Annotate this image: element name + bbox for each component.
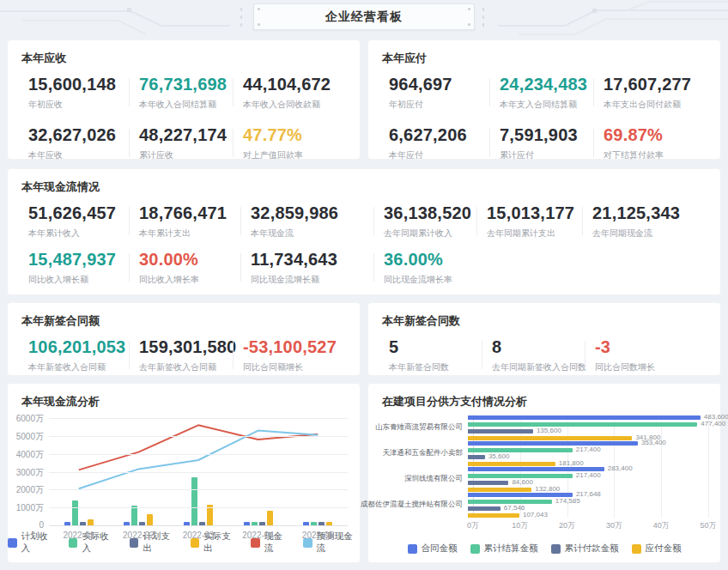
stat-value: 30.00% — [139, 250, 240, 270]
stat-label: 年初应收 — [28, 99, 129, 111]
bar-line: 107,043 — [468, 513, 708, 518]
bar-累计结算金额 — [468, 422, 697, 427]
decor-dashes-right — [482, 8, 484, 27]
stat-grid: 51,626,457本年累计收入18,766,471本年累计支出32,859,9… — [28, 203, 710, 240]
bar-line: 217,400 — [468, 448, 708, 452]
bar-累计付款金额 — [468, 481, 508, 485]
chart-title: 本年现金流分析 — [21, 394, 100, 409]
x-axis-label: 30万 — [606, 520, 622, 531]
card-title: 本年新签合同额 — [21, 313, 100, 329]
stat-value: 17,607,277 — [604, 75, 710, 94]
card-receivable: 本年应收 15,600,148年初应收76,731,698本年收入合同结算额44… — [7, 39, 361, 160]
stat-label: 累计应收 — [139, 149, 233, 161]
stat-value: 15,013,177 — [487, 203, 582, 223]
chart-row: 天津通和五金配件小卖部353,400217,40035,600181,800 — [382, 440, 708, 466]
supplier-chart-legend: 合同金额累计结算金额累计付款金额应付金额 — [368, 543, 720, 555]
card-title: 本年应收 — [21, 51, 66, 66]
gridline — [49, 472, 348, 473]
gridline — [708, 415, 709, 518]
x-axis-label: 50万 — [700, 520, 716, 531]
stat: 15,600,148年初应收 — [28, 75, 129, 111]
stat-label: 去年新签收入合同额 — [139, 361, 233, 373]
stat: 106,201,053本年新签收入合同额 — [28, 337, 129, 373]
legend-label: 累计结算金额 — [484, 543, 538, 555]
stat: 21,125,343去年同期现金流 — [582, 203, 710, 240]
stat-label: 同比现金流增长额 — [251, 274, 373, 286]
card-cashflow: 本年现金流情况 51,626,457本年累计收入18,766,471本年累计支出… — [7, 168, 721, 295]
stat-value: 24,234,483 — [500, 75, 593, 94]
stat: 36.00%同比现金流增长率 — [373, 250, 476, 286]
stat-label: 对下结算付款率 — [604, 149, 710, 161]
stat: 7,591,903累计应付 — [489, 125, 593, 161]
stat: 17,607,277本年支出合同付款额 — [593, 75, 710, 111]
stat-value: 47.77% — [243, 125, 349, 145]
legend-item[interactable]: 合同金额 — [408, 543, 458, 555]
corner-dot-icon — [468, 23, 470, 26]
stat: 11,734,643同比现金流增长额 — [240, 250, 373, 286]
bar-value-label: 107,043 — [523, 512, 548, 518]
stat-grid: 15,600,148年初应收76,731,698本年收入合同结算额44,104,… — [28, 75, 349, 161]
stat-label: 同比合同数增长 — [595, 361, 710, 373]
stat: 24,234,483本年支入合同结算额 — [489, 75, 593, 111]
card-title: 本年应付 — [382, 51, 427, 66]
legend-item[interactable]: 应付金额 — [632, 543, 682, 555]
bar-line: 181,800 — [468, 462, 708, 466]
stat-value: 36,138,520 — [384, 203, 476, 223]
stat: -3同比合同数增长 — [585, 337, 710, 373]
bar-应付金额 — [468, 436, 632, 440]
stat: 6,627,206本年应付 — [389, 125, 489, 161]
stat: 8去年同期新签收入合同数 — [482, 337, 585, 373]
title-box: 企业经营看板 — [253, 3, 475, 30]
bar-group: 217,648174,58567,546107,043 — [468, 493, 708, 518]
stat-value: 6,627,206 — [389, 125, 489, 145]
bar-line: 217,400 — [468, 474, 708, 478]
legend-label: 合同金额 — [422, 543, 458, 555]
y-axis-label: 0 — [8, 520, 44, 530]
stat-label: 本年现金流 — [251, 227, 373, 240]
stat-label: 本年累计支出 — [139, 227, 240, 240]
stat-value: 21,125,343 — [592, 203, 710, 223]
stat-value: 159,301,580 — [139, 337, 233, 357]
stat-value: -53,100,527 — [243, 337, 349, 357]
stat-value: 44,104,672 — [243, 75, 349, 94]
row-charts: 本年现金流分析 计划收入实际收入计划支出实际支出现金流预测现金流 6000万50… — [7, 383, 721, 563]
chart-row: 深圳线缆有限公司283,400217,40084,600132,800 — [382, 466, 708, 492]
bar-应付金额 — [468, 513, 519, 518]
corner-dot-icon — [468, 8, 470, 10]
gridline — [49, 418, 348, 419]
bar-value-label: 477,400 — [701, 421, 725, 428]
stat-label: 去年同期新签收入合同数 — [492, 361, 585, 373]
gridline — [49, 454, 348, 455]
decor-dashes-left — [240, 8, 242, 27]
stat-value: 18,766,471 — [139, 203, 240, 223]
y-axis-label: 4000万 — [8, 449, 44, 461]
legend-item[interactable]: 累计结算金额 — [470, 543, 538, 555]
stat-value: 15,487,937 — [28, 250, 129, 270]
stat-label: 去年同期累计支出 — [487, 227, 582, 240]
stat-label: 对上产值回款率 — [243, 149, 349, 161]
stat-value: 7,591,903 — [500, 125, 593, 145]
stat: 32,859,986本年现金流 — [240, 203, 373, 240]
bar-累计结算金额 — [468, 474, 573, 478]
page-header: 企业经营看板 — [0, 0, 728, 36]
legend-item[interactable]: 累计付款金额 — [551, 543, 619, 555]
x-axis-label: 2022-05 — [288, 531, 348, 540]
gridline — [49, 507, 348, 508]
bar-value-label: 217,400 — [576, 446, 601, 453]
stat-value: 5 — [389, 337, 482, 357]
stat: 5本年新签合同数 — [389, 337, 482, 373]
stat-value: -3 — [595, 337, 710, 357]
supplier-chart-card: 在建项目分供方支付情况分析 山东青雉商流贸易有限公司483,600477,400… — [367, 383, 721, 563]
stat-label: 本年新签收入合同额 — [28, 361, 129, 373]
stat-value: 69.87% — [604, 125, 710, 145]
legend-marker-icon — [8, 538, 17, 548]
row-cashflow: 本年现金流情况 51,626,457本年累计收入18,766,471本年累计支出… — [7, 168, 721, 295]
bar-累计付款金额 — [468, 455, 485, 459]
legend-marker-icon — [551, 544, 561, 554]
corner-dot-icon — [258, 23, 260, 26]
stat-label: 去年同期现金流 — [592, 227, 710, 240]
stat-label: 同比合同额增长 — [243, 361, 349, 373]
stat-value: 51,626,457 — [28, 203, 129, 223]
stat-value: 106,201,053 — [28, 337, 129, 357]
stat-label: 同比收入增长率 — [139, 274, 240, 286]
